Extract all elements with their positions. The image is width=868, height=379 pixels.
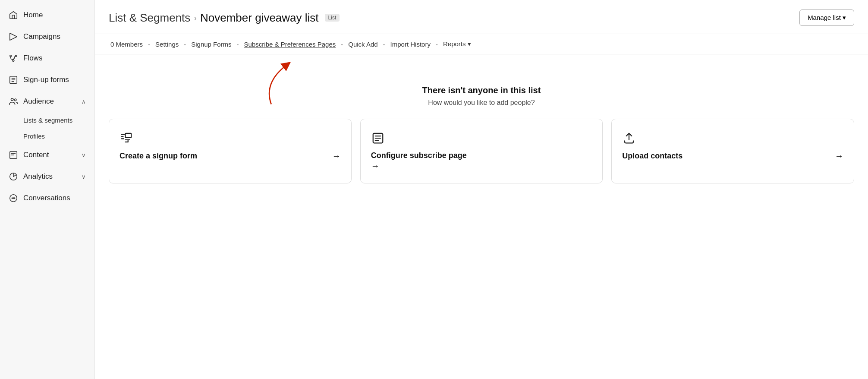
breadcrumb: List & Segments › November giveaway list… [109, 11, 340, 25]
create-signup-form-card[interactable]: Create a signup form → [109, 119, 352, 183]
sidebar-item-conversations-label: Conversations [23, 194, 70, 202]
content-chevron-icon: ∨ [82, 152, 86, 158]
main-content: List & Segments › November giveaway list… [95, 0, 868, 379]
configure-subscribe-card[interactable]: Configure subscribe page → [360, 119, 603, 183]
svg-marker-0 [10, 33, 17, 41]
sidebar-item-audience[interactable]: Audience ∧ [0, 91, 94, 112]
content-icon [9, 150, 18, 160]
subnav-import-history[interactable]: Import History [389, 41, 432, 48]
sidebar-item-campaigns[interactable]: Campaigns [0, 26, 94, 47]
profiles-label: Profiles [23, 133, 45, 140]
subnav-settings[interactable]: Settings [154, 41, 180, 48]
svg-point-11 [13, 198, 14, 199]
svg-point-12 [14, 198, 15, 199]
sidebar-item-campaigns-label: Campaigns [23, 32, 60, 41]
svg-point-6 [14, 99, 16, 101]
subnav-subscribe-preferences[interactable]: Subscribe & Preferences Pages [242, 41, 338, 48]
svg-rect-13 [126, 133, 132, 138]
sidebar-item-signup-forms-label: Sign-up forms [23, 76, 69, 84]
subnav-sep-3: - [237, 41, 239, 48]
sidebar-item-home[interactable]: Home [0, 4, 94, 26]
audience-chevron-icon: ∧ [82, 98, 86, 105]
configure-subscribe-card-arrow: → [371, 161, 592, 171]
svg-point-5 [11, 98, 14, 101]
empty-state: There isn't anyone in this list How woul… [109, 85, 854, 107]
subnav-sep-6: - [436, 41, 438, 48]
subnav-members[interactable]: 0 Members [109, 41, 145, 48]
analytics-icon [9, 172, 18, 181]
sidebar-item-analytics[interactable]: Analytics ∨ [0, 166, 94, 187]
upload-contacts-card-arrow: → [835, 151, 843, 161]
campaigns-icon [9, 32, 18, 41]
manage-list-label: Manage list ▾ [808, 14, 846, 22]
sub-navigation: 0 Members - Settings - Signup Forms - Su… [95, 34, 868, 54]
breadcrumb-separator: › [194, 13, 197, 23]
action-cards: Create a signup form → Configure subscri… [109, 119, 854, 183]
signup-form-card-body: Create a signup form → [120, 151, 341, 161]
upload-contacts-card-icon [622, 131, 636, 145]
empty-title: There isn't anyone in this list [109, 85, 854, 95]
signup-form-card-title: Create a signup form [120, 152, 197, 161]
signup-form-card-icon [120, 131, 133, 145]
subnav-sep-2: - [184, 41, 186, 48]
subnav-reports[interactable]: Reports ▾ [441, 40, 473, 48]
subnav-sep-5: - [383, 41, 385, 48]
sidebar-sub-audience: Lists & segments Profiles [0, 112, 94, 144]
sidebar-item-analytics-label: Analytics [23, 172, 53, 181]
sidebar: Home Campaigns Flows Sign-up forms [0, 0, 95, 379]
signup-form-card-arrow: → [332, 151, 341, 161]
signup-forms-icon [9, 75, 18, 85]
subnav-quick-add[interactable]: Quick Add [346, 41, 379, 48]
svg-point-2 [16, 55, 17, 57]
sidebar-item-conversations[interactable]: Conversations [0, 187, 94, 209]
subscribe-card-icon [371, 131, 385, 145]
subnav-sep-1: - [148, 41, 150, 48]
lists-segments-label: Lists & segments [23, 117, 72, 124]
subnav-signup-forms[interactable]: Signup Forms [189, 41, 233, 48]
content-area: There isn't anyone in this list How woul… [95, 54, 868, 379]
manage-list-button[interactable]: Manage list ▾ [799, 9, 854, 26]
home-icon [9, 10, 18, 20]
sidebar-item-flows[interactable]: Flows [0, 47, 94, 69]
breadcrumb-current: November giveaway list [200, 11, 319, 25]
sidebar-item-audience-label: Audience [23, 97, 54, 106]
subscribe-card-body: Configure subscribe page → [371, 151, 592, 171]
flows-icon [9, 54, 18, 63]
upload-contacts-card-body: Upload contacts → [622, 151, 843, 161]
svg-point-10 [12, 198, 13, 199]
sidebar-item-content-label: Content [23, 151, 49, 159]
breadcrumb-parent[interactable]: List & Segments [109, 11, 190, 25]
audience-icon [9, 97, 18, 106]
subnav-sep-4: - [341, 41, 343, 48]
sidebar-item-lists-segments[interactable]: Lists & segments [0, 112, 94, 128]
sidebar-item-flows-label: Flows [23, 54, 42, 63]
analytics-chevron-icon: ∨ [82, 174, 86, 180]
upload-contacts-card-title: Upload contacts [622, 152, 682, 161]
list-badge: List [325, 14, 340, 22]
conversations-icon [9, 193, 18, 203]
sidebar-item-content[interactable]: Content ∨ [0, 144, 94, 166]
configure-subscribe-card-title: Configure subscribe page [371, 151, 592, 160]
upload-contacts-card[interactable]: Upload contacts → [611, 119, 854, 183]
page-header: List & Segments › November giveaway list… [95, 0, 868, 34]
sidebar-item-signup-forms[interactable]: Sign-up forms [0, 69, 94, 91]
empty-subtitle: How would you like to add people? [109, 99, 854, 107]
sidebar-item-profiles[interactable]: Profiles [0, 128, 94, 144]
sidebar-item-home-label: Home [23, 11, 43, 19]
